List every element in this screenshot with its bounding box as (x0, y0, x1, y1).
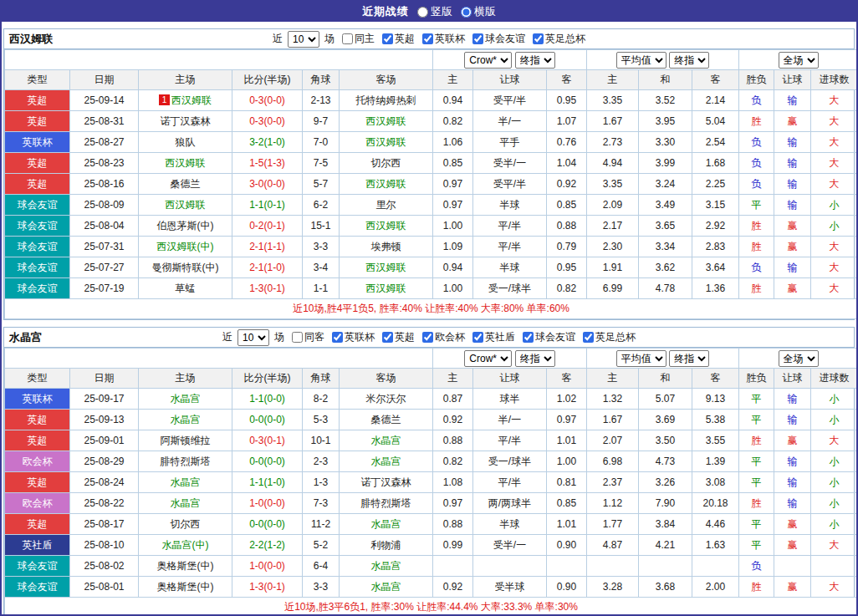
home-team-name[interactable]: 狼队 (176, 136, 196, 148)
home-team-name[interactable]: 奥格斯堡(中) (157, 581, 214, 593)
home-team-name[interactable]: 腓特烈斯塔 (161, 456, 211, 467)
away-team-name[interactable]: 桑德兰 (371, 414, 401, 425)
away-team-name[interactable]: 托特纳姆热刺 (356, 94, 416, 106)
competition-checkbox[interactable]: 欧会杯 (422, 330, 465, 344)
home-team-name[interactable]: 曼彻斯特联(中) (152, 262, 219, 273)
competition-checkbox-input[interactable] (382, 332, 393, 343)
layout-radio-vertical[interactable] (417, 7, 428, 18)
away-team-name[interactable]: 水晶宫 (371, 581, 401, 593)
competition-checkbox[interactable]: 球会友谊 (472, 32, 525, 46)
home-team-name[interactable]: 西汉姆联 (171, 94, 212, 106)
home-team-name[interactable]: 水晶宫 (171, 393, 201, 405)
home-team-name[interactable]: 西汉姆联 (166, 157, 206, 169)
asia-book-select[interactable]: Crow* (464, 350, 512, 367)
match-row: 英联杯25-09-17水晶宫1-1(0-0)8-2米尔沃尔0.87球半1.021… (5, 389, 858, 410)
asia-ref-select[interactable]: 终指 (515, 52, 555, 69)
away-team-name[interactable]: 米尔沃尔 (366, 393, 406, 405)
home-team-name[interactable]: 水晶宫(中) (162, 539, 209, 551)
result-wdl: 平 (739, 410, 774, 430)
competition-checkbox[interactable]: 英社盾 (472, 330, 515, 344)
away-team-name[interactable]: 埃弗顿 (371, 241, 401, 252)
match-row: 英超25-09-141西汉姆联0-3(0-0)2-13托特纳姆热刺0.94受平/… (5, 90, 858, 111)
competition-checkbox-input[interactable] (382, 33, 393, 44)
home-team-name[interactable]: 西汉姆联 (166, 199, 206, 211)
competition-checkbox-input[interactable] (422, 33, 433, 44)
euro-odds-selectors: 平均值 终指 (587, 50, 739, 70)
away-team-name[interactable]: 西汉姆联 (366, 178, 406, 190)
scope-select[interactable]: 全场 (779, 52, 819, 69)
euro-avg-select[interactable]: 平均值 (616, 52, 666, 69)
competition-checkbox[interactable]: 英联杯 (332, 330, 375, 344)
home-team-name[interactable]: 桑德兰 (171, 178, 201, 190)
same-venue-checkbox[interactable]: 同客 (292, 330, 324, 344)
match-score: 1-0(0-0) (232, 556, 303, 577)
competition-checkbox-input[interactable] (332, 332, 343, 343)
away-team-name[interactable]: 西汉姆联 (366, 220, 406, 232)
same-venue-checkbox-input[interactable] (292, 332, 303, 343)
asia-handicap: 受一/球半 (473, 278, 547, 299)
away-team-name[interactable]: 诺丁汉森林 (361, 476, 411, 488)
away-team-name[interactable]: 水晶宫 (371, 435, 401, 446)
asia-book-select[interactable]: Crow* (464, 52, 512, 69)
home-team-name[interactable]: 水晶宫 (171, 497, 201, 509)
away-team-name[interactable]: 水晶宫 (371, 456, 401, 467)
section-header: 水晶宫 近10场同客英联杯英超欧会杯英社盾球会友谊英足总杯 (4, 328, 854, 348)
away-team-name[interactable]: 西汉姆联 (366, 115, 406, 127)
euro-avg-select[interactable]: 平均值 (616, 350, 666, 367)
competition-checkbox[interactable]: 英超 (382, 330, 415, 344)
match-row: 英社盾25-08-10水晶宫(中)2-2(1-2)5-2利物浦0.99受半/一0… (5, 535, 858, 556)
home-team-name[interactable]: 奥格斯堡(中) (157, 560, 214, 572)
away-team-name[interactable]: 西汉姆联 (366, 136, 406, 148)
competition-checkbox-input[interactable] (422, 332, 433, 343)
competition-checkbox[interactable]: 英联杯 (422, 32, 465, 46)
asia-home-odds: 1.00 (433, 216, 473, 237)
layout-option-horizontal[interactable]: 横版 (461, 4, 496, 19)
home-team-name[interactable]: 草蜢 (176, 283, 196, 294)
euro-home-odds: 1.12 (587, 493, 639, 514)
euro-ref-select[interactable]: 终指 (669, 350, 709, 367)
competition-checkbox-input[interactable] (523, 332, 534, 343)
home-team-name[interactable]: 诺丁汉森林 (161, 115, 211, 127)
same-venue-checkbox[interactable]: 同主 (342, 32, 375, 46)
corner-score: 11-2 (303, 514, 340, 535)
competition-checkbox[interactable]: 英超 (382, 32, 415, 46)
result-wdl: 负 (739, 174, 774, 195)
result-goals: 大 (811, 132, 858, 153)
away-team-name[interactable]: 利物浦 (371, 539, 401, 551)
layout-radio-horizontal[interactable] (461, 7, 472, 18)
scope-select[interactable]: 全场 (779, 350, 819, 367)
euro-ref-select[interactable]: 终指 (669, 52, 709, 69)
away-team-name[interactable]: 水晶宫 (371, 560, 401, 572)
away-team-name[interactable]: 西汉姆联 (366, 283, 406, 294)
away-team-name[interactable]: 切尔西 (371, 157, 401, 169)
home-team-name[interactable]: 水晶宫 (171, 476, 201, 488)
away-team-name[interactable]: 水晶宫 (371, 518, 401, 530)
competition-checkbox-input[interactable] (533, 33, 544, 44)
competition-checkbox-label: 英超 (395, 32, 415, 46)
competition-checkbox[interactable]: 球会友谊 (523, 330, 575, 344)
home-team-name[interactable]: 伯恩茅斯(中) (157, 220, 214, 232)
competition-checkbox-input[interactable] (472, 332, 483, 343)
home-team-name[interactable]: 水晶宫 (171, 414, 201, 425)
red-card-badge: 1 (159, 94, 170, 105)
home-team-name[interactable]: 切尔西 (171, 518, 201, 530)
layout-option-vertical[interactable]: 竖版 (417, 4, 452, 19)
away-team-name[interactable]: 里尔 (376, 199, 396, 211)
competition-checkbox-input[interactable] (583, 332, 594, 343)
asia-home-odds (433, 556, 473, 577)
home-team-name[interactable]: 阿斯顿维拉 (161, 435, 211, 446)
recent-count-select[interactable]: 10 (237, 329, 269, 346)
home-team-name[interactable]: 西汉姆联(中) (157, 241, 214, 252)
competition-checkbox[interactable]: 英足总杯 (533, 32, 585, 46)
asia-away-odds: 0.88 (547, 216, 587, 237)
competition-checkbox[interactable]: 英足总杯 (583, 330, 636, 344)
asia-ref-select[interactable]: 终指 (515, 350, 555, 367)
euro-away-odds: 3.15 (692, 195, 739, 216)
away-team-name[interactable]: 腓特烈斯塔 (361, 497, 411, 509)
recent-count-select[interactable]: 10 (288, 31, 319, 48)
same-venue-checkbox-input[interactable] (342, 33, 353, 44)
away-team-name[interactable]: 西汉姆联 (366, 262, 406, 273)
match-date: 25-07-27 (70, 257, 139, 278)
home-team-cell: 西汉姆联 (139, 195, 232, 216)
competition-checkbox-input[interactable] (472, 33, 483, 44)
